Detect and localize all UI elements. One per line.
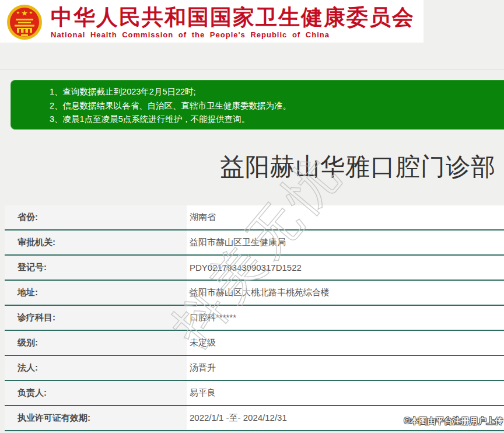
field-value: 易平良 [187,381,504,405]
field-label: 诊疗科目: [5,306,187,330]
clinic-info-table: 省份: 湖南省 审批机关: 益阳市赫山区卫生健康局 登记号: PDY021793… [5,205,504,431]
table-row-legal-person: 法人: 汤晋升 [5,356,504,381]
national-emblem-icon: ★ ★ ★ [6,4,43,41]
svg-text:★: ★ [21,9,28,18]
field-value: 益阳市赫山区卫生健康局 [187,231,504,254]
clinic-name-title: 益阳赫山华雅口腔门诊部 [0,151,496,183]
field-label: 负责人: [5,381,187,405]
field-value: 益阳市赫山区大桃北路丰桃苑综合楼 [187,281,504,305]
site-title-english: National Health Commission of the People… [51,30,415,39]
field-value: 湖南省 [187,205,504,229]
field-label: 执业许可证有效期: [5,406,187,430]
query-notice-box: 1、查询数据截止到2023年2月5日22时; 2、信息数据结果以各省、自治区、直… [10,80,504,130]
svg-text:★: ★ [16,11,20,15]
notice-line-1: 1、查询数据截止到2023年2月5日22时; [50,85,499,99]
field-label: 法人: [5,356,187,380]
table-row-address: 地址: 益阳市赫山区大桃北路丰桃苑综合楼 [5,281,504,306]
header-band: ★ ★ ★ 中华人民共和国国家卫生健康委员会 National Health C… [0,0,424,43]
field-label: 地址: [5,281,187,305]
site-title-chinese: 中华人民共和国国家卫生健康委员会 [51,5,415,30]
field-label: 审批机关: [5,231,187,254]
field-value: 汤晋升 [187,356,504,380]
field-value: 未定级 [187,331,504,355]
field-value: 口腔科****** [187,306,504,330]
table-row-approval-authority: 审批机关: 益阳市赫山区卫生健康局 [5,231,504,256]
header-divider [0,69,504,69]
table-row-registration-number: 登记号: PDY02179343090317D1522 [5,256,504,281]
table-row-level: 级别: 未定级 [5,331,504,356]
header-titles: 中华人民共和国国家卫生健康委员会 National Health Commiss… [51,4,415,39]
field-label: 级别: [5,331,187,355]
table-row-person-in-charge: 负责人: 易平良 [5,381,504,406]
table-row-province: 省份: 湖南省 [5,205,504,231]
uploader-watermark-text: ©本图由平台注册用户上传 [404,416,503,427]
field-value: PDY02179343090317D1522 [187,256,504,280]
field-label: 省份: [5,205,187,229]
svg-text:★: ★ [29,11,33,15]
notice-line-3: 3、凌晨1点至凌晨5点系统进行维护，不能提供查询。 [50,113,499,127]
notice-line-2: 2、信息数据结果以各省、自治区、直辖市卫生健康委数据为准。 [50,99,499,113]
field-label: 登记号: [5,256,187,280]
table-row-treatment-subjects: 诊疗科目: 口腔科****** [5,306,504,331]
